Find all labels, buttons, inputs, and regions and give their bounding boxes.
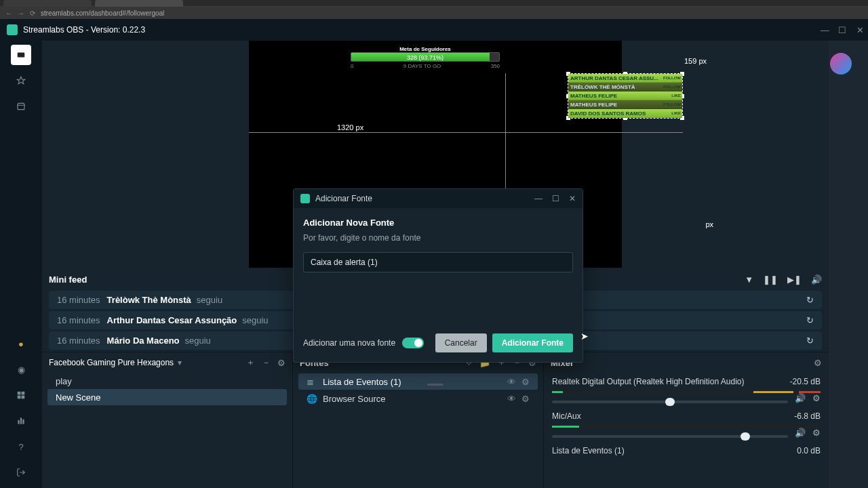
- modal-title-text: Adicionar Fonte: [315, 194, 372, 203]
- channel-name: Realtek Digital Output (Realtek High Def…: [552, 377, 744, 386]
- feed-time: 16 minutes: [57, 336, 100, 346]
- cancel-button[interactable]: Cancelar: [435, 333, 487, 352]
- close-icon[interactable]: ✕: [856, 25, 864, 35]
- feed-action: seguiu: [197, 295, 222, 305]
- new-source-toggle[interactable]: [402, 338, 424, 348]
- add-source-button[interactable]: Adicionar Fonte: [492, 333, 573, 352]
- replay-icon[interactable]: ↻: [806, 336, 814, 346]
- dimension-height: 159 px: [684, 57, 707, 65]
- visibility-icon[interactable]: 👁: [507, 394, 516, 404]
- browser-tab[interactable]: [95, 0, 183, 7]
- browser-tabstrip: [0, 0, 868, 7]
- mixer-channel: Realtek Digital Output (Realtek High Def…: [544, 373, 829, 407]
- svg-rect-3: [18, 396, 21, 399]
- minimize-icon[interactable]: —: [821, 25, 829, 35]
- volume-slider[interactable]: [552, 401, 788, 403]
- feed-action: seguiu: [242, 315, 268, 325]
- dimension-width: 1320 px: [337, 123, 363, 131]
- goal-progress-text: 328 (93.71%): [351, 53, 499, 62]
- gear-icon[interactable]: ⚙: [812, 428, 821, 438]
- feed-time: 16 minutes: [57, 295, 100, 305]
- mixer-panel: Mixer ⚙ Realtek Digital Output (Realtek …: [544, 352, 829, 488]
- lock-icon[interactable]: ⚙: [521, 377, 530, 387]
- reload-icon[interactable]: ⟳: [30, 9, 35, 17]
- scene-collection-dropdown[interactable]: Facebook Gaming Pure Hexagons▾: [49, 358, 182, 367]
- modal-prompt: Por favor, digite o nome da fonte: [303, 233, 573, 243]
- replay-icon[interactable]: ↻: [806, 315, 814, 325]
- goal-days: 9 DAYS TO GO: [403, 63, 441, 69]
- source-label: Browser Source: [323, 394, 385, 404]
- background-browser-strip: [829, 41, 868, 488]
- filter-icon[interactable]: ▼: [745, 274, 753, 285]
- nav-logout-icon[interactable]: [11, 462, 31, 483]
- source-item[interactable]: ≣ Lista de Eventos (1) 👁 ⚙: [298, 373, 538, 390]
- mute-icon[interactable]: 🔊: [811, 274, 822, 285]
- list-icon: ≣: [307, 377, 316, 387]
- nav-editor-icon[interactable]: [11, 45, 31, 65]
- source-item[interactable]: 🌐 Browser Source 👁 ⚙: [298, 390, 538, 407]
- speaker-icon[interactable]: 🔊: [795, 428, 806, 438]
- scene-item[interactable]: New Scene: [47, 389, 287, 405]
- globe-icon: 🌐: [307, 394, 316, 404]
- volume-slider[interactable]: [552, 435, 788, 438]
- goal-min: 0: [351, 63, 353, 69]
- panel-resize-grip[interactable]: [427, 384, 443, 386]
- nav-help-icon[interactable]: ?: [11, 436, 31, 457]
- streamlabs-logo-icon: [7, 24, 18, 35]
- event-list-row: MATHEUS FELIPELIKE: [568, 92, 682, 100]
- nav-store-icon[interactable]: [11, 96, 31, 117]
- svg-rect-1: [18, 392, 21, 395]
- browser-tab[interactable]: [3, 0, 92, 7]
- follower-goal-widget: Meta de Seguidores 328 (93.71%) 0 9 DAYS…: [351, 46, 500, 69]
- remove-scene-icon[interactable]: －: [262, 357, 271, 369]
- sources-panel: Fontes ✧ 📁 ＋ － ⚙ ≣ Lista de Eventos (1) …: [293, 352, 544, 488]
- svg-rect-6: [20, 418, 22, 424]
- goal-title: Meta de Seguidores: [351, 46, 500, 52]
- lock-icon[interactable]: ⚙: [521, 394, 530, 404]
- avatar[interactable]: [830, 53, 852, 75]
- mixer-settings-icon[interactable]: ⚙: [814, 358, 822, 368]
- feed-name: Mário Da Maceno: [107, 336, 180, 346]
- maximize-icon[interactable]: ☐: [838, 25, 846, 35]
- modal-close-icon[interactable]: ✕: [569, 194, 576, 203]
- mini-feed-title: Mini feed: [49, 274, 87, 285]
- dimension-px: px: [705, 220, 713, 228]
- speaker-icon[interactable]: 🔊: [795, 393, 806, 403]
- add-scene-icon[interactable]: ＋: [246, 357, 255, 369]
- forward-icon[interactable]: →: [18, 9, 24, 17]
- source-name-input[interactable]: [303, 252, 573, 272]
- app-title: Streamlabs OBS - Version: 0.22.3: [23, 25, 145, 35]
- channel-db: -20.5 dB: [790, 377, 821, 386]
- nav-status-icon[interactable]: ●: [11, 333, 31, 354]
- feed-time: 16 minutes: [57, 315, 100, 325]
- nav-stats-icon[interactable]: [11, 411, 31, 431]
- svg-rect-2: [22, 392, 25, 395]
- left-nav-rail: ● ◉ ?: [0, 41, 42, 488]
- scene-settings-icon[interactable]: ⚙: [277, 358, 285, 368]
- pause-icon[interactable]: ❚❚: [763, 274, 778, 285]
- skip-icon[interactable]: ▶❚: [787, 274, 802, 285]
- replay-icon[interactable]: ↻: [806, 295, 814, 305]
- mixer-channel: Mic/Aux -6.8 dB 🔊 ⚙: [544, 407, 829, 442]
- gear-icon[interactable]: ⚙: [812, 393, 821, 403]
- feed-action: seguiu: [185, 336, 211, 346]
- channel-name: Mic/Aux: [552, 411, 581, 421]
- nav-record-icon[interactable]: ◉: [11, 359, 31, 380]
- event-list-source[interactable]: ARTHUR DANTAS CESAR ASSU...FOLLOWTRÈLÓWK…: [568, 73, 683, 119]
- visibility-icon[interactable]: 👁: [507, 377, 516, 387]
- modal-maximize-icon[interactable]: ☐: [552, 194, 559, 203]
- svg-rect-5: [18, 420, 19, 424]
- browser-address-bar[interactable]: ← → ⟳ streamlabs.com/dashboard#/follower…: [0, 7, 868, 19]
- svg-rect-7: [22, 420, 24, 424]
- goal-max: 350: [491, 63, 500, 69]
- add-source-modal: Adicionar Fonte — ☐ ✕ Adicionar Nova Fon…: [293, 188, 583, 363]
- event-list-row: DAVID DOS SANTOS RAMOSLIKE: [568, 109, 682, 118]
- scene-item[interactable]: play: [47, 373, 287, 389]
- nav-themes-icon[interactable]: [11, 70, 31, 91]
- streamlabs-logo-icon: [300, 194, 310, 203]
- modal-minimize-icon[interactable]: —: [534, 194, 542, 203]
- back-icon[interactable]: ←: [5, 9, 12, 17]
- modal-titlebar[interactable]: Adicionar Fonte — ☐ ✕: [294, 189, 583, 208]
- nav-grid-icon[interactable]: [11, 385, 31, 405]
- source-label: Lista de Eventos (1): [323, 377, 401, 387]
